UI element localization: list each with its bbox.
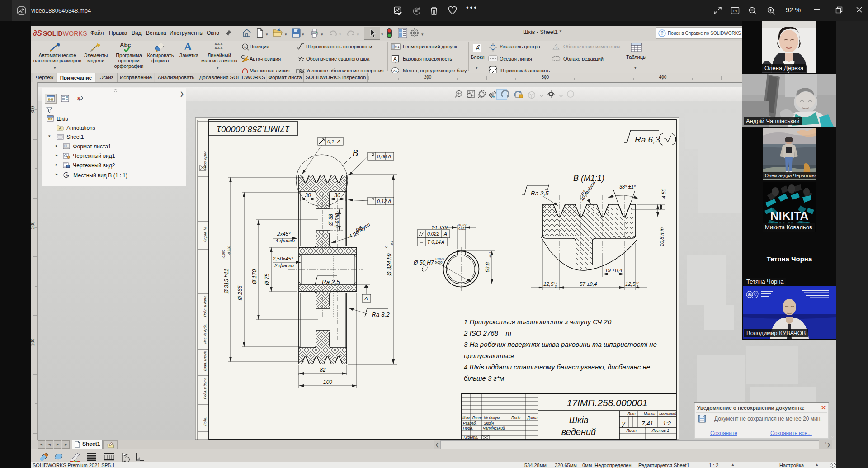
- svg-text:0,1: 0,1: [327, 139, 334, 144]
- svg-text:№ докум.: № докум.: [484, 416, 500, 420]
- svg-text:+2: +2: [636, 281, 639, 284]
- svg-text:A: A: [476, 45, 480, 51]
- svg-text:0,000: 0,000: [435, 261, 443, 264]
- svg-text:Подп.: Подп.: [203, 417, 207, 426]
- svg-text:ведений: ведений: [561, 427, 596, 437]
- svg-text:1 Припускється виготовлення з: 1 Припускється виготовлення з чавуну СЧ …: [464, 318, 612, 326]
- svg-text:Инв.№ дубл.: Инв.№ дубл.: [203, 324, 207, 344]
- svg-text:100: 100: [31, 338, 35, 346]
- svg-text:!: !: [556, 46, 557, 50]
- svg-text:Справ. №: Справ. №: [203, 227, 207, 242]
- svg-text:0,022: 0,022: [427, 231, 439, 236]
- svg-text:14 JS9: 14 JS9: [431, 225, 448, 230]
- svg-text:Изм.: Изм.: [462, 416, 471, 420]
- svg-text:30: 30: [334, 192, 340, 199]
- svg-text:1:2: 1:2: [663, 420, 671, 427]
- svg-text:12,5: 12,5: [625, 281, 636, 287]
- svg-text:38° ±1°: 38° ±1°: [619, 184, 636, 189]
- svg-text:A: A: [337, 139, 340, 144]
- svg-text:1:1: 1:1: [733, 9, 737, 13]
- svg-text:0.1: 0.1: [395, 45, 400, 48]
- svg-text:A1: A1: [393, 69, 397, 72]
- svg-text:0: 0: [385, 246, 388, 248]
- svg-text:2 фаски: 2 фаски: [274, 263, 294, 268]
- svg-text:-3: -3: [554, 285, 557, 288]
- svg-text:припускаються: припускаються: [464, 352, 514, 359]
- svg-text:19 ±0,4: 19 ±0,4: [605, 268, 622, 273]
- svg-text:17ІМП.258.000001: 17ІМП.258.000001: [567, 397, 648, 408]
- svg-text:B: B: [352, 147, 358, 158]
- svg-text:4,50: 4,50: [661, 188, 666, 198]
- svg-text:A: A: [443, 231, 447, 236]
- svg-text:В (М1:1): В (М1:1): [573, 174, 604, 183]
- svg-text:Ra 3,2: Ra 3,2: [372, 311, 390, 318]
- svg-text:+0,025: +0,025: [435, 257, 444, 260]
- svg-text:400: 400: [659, 75, 667, 80]
- svg-text:57 ±0,4: 57 ±0,4: [580, 281, 597, 287]
- svg-text:більше 3 г*м: більше 3 г*м: [464, 374, 504, 382]
- svg-text:Лист: Лист: [626, 428, 637, 433]
- svg-text:-0,2: -0,2: [390, 241, 393, 246]
- svg-text:Ra 2,5: Ra 2,5: [531, 190, 549, 197]
- svg-text:Подп. и дата: Подп. и дата: [203, 296, 207, 317]
- svg-text:4 Шків піддати статичному бала: 4 Шків піддати статичному баластуванню, …: [464, 363, 650, 371]
- svg-text:0,12: 0,12: [377, 199, 387, 204]
- svg-text:Масштаб: Масштаб: [659, 412, 676, 416]
- svg-text:7,41: 7,41: [642, 420, 653, 427]
- svg-text:Ø 265: Ø 265: [237, 285, 243, 301]
- svg-text:-0,080: -0,080: [222, 250, 225, 259]
- svg-text:Чаплінський: Чаплінський: [483, 426, 505, 430]
- svg-text:100: 100: [323, 379, 332, 385]
- svg-text:-0,320: -0,320: [227, 246, 231, 255]
- svg-text:A: A: [393, 56, 397, 61]
- svg-text:3 На робочих поверхнях шківа р: 3 На робочих поверхнях шківа раковини та…: [464, 340, 657, 348]
- svg-text:Разраб.: Разраб.: [463, 421, 477, 425]
- svg-text:1: 1: [244, 45, 246, 49]
- svg-text:53,8: 53,8: [485, 262, 490, 272]
- svg-text:Масса: Масса: [644, 411, 655, 416]
- svg-text:Ø 38: Ø 38: [328, 214, 334, 226]
- svg-text:300: 300: [31, 106, 35, 113]
- svg-text:-3: -3: [636, 285, 638, 288]
- svg-text:A: A: [441, 239, 444, 245]
- svg-text:10,8 min: 10,8 min: [659, 227, 665, 246]
- svg-text:200: 200: [31, 221, 35, 229]
- svg-text:A: A: [66, 173, 68, 178]
- svg-text:Лист: Лист: [472, 416, 482, 420]
- svg-text:4 фаски: 4 фаски: [275, 238, 295, 243]
- svg-text:-0,021: -0,021: [458, 227, 466, 230]
- svg-text:A: A: [387, 154, 391, 159]
- svg-text:300: 300: [542, 75, 549, 80]
- svg-text:17ІМП.258.000001: 17ІМП.258.000001: [217, 124, 290, 134]
- svg-text:Ø 170: Ø 170: [251, 269, 258, 284]
- svg-text:Подп.: Подп.: [511, 416, 522, 420]
- svg-text:A: A: [387, 199, 391, 204]
- svg-text:82: 82: [320, 367, 326, 373]
- svg-text:Ra 6,3: Ra 6,3: [635, 135, 660, 144]
- svg-text:Ø 75: Ø 75: [264, 274, 270, 286]
- svg-text:T 0,14: T 0,14: [427, 239, 441, 245]
- svg-text:12,5: 12,5: [543, 281, 554, 287]
- svg-text:+0,021: +0,021: [458, 223, 467, 227]
- svg-text:A: A: [364, 296, 368, 301]
- svg-text:Зюзін: Зюзін: [484, 421, 494, 425]
- svg-text:Дата: Дата: [527, 416, 538, 420]
- svg-text:30: 30: [305, 192, 311, 199]
- svg-text:Шків: Шків: [569, 415, 589, 425]
- svg-text:Т.контр.: Т.контр.: [463, 435, 478, 440]
- svg-text:Ra 2,5: Ra 2,5: [322, 279, 340, 285]
- svg-text:Лит.: Лит.: [627, 411, 637, 416]
- svg-text:2,50x45°: 2,50x45°: [272, 256, 293, 261]
- svg-text:+2: +2: [554, 281, 557, 284]
- svg-text:?: ?: [660, 31, 663, 36]
- svg-text:6 отв.: 6 отв.: [334, 212, 340, 228]
- svg-text:Ø 50 H7: Ø 50 H7: [413, 260, 434, 266]
- svg-text:Ø 315 h11: Ø 315 h11: [223, 269, 230, 294]
- svg-text:Листов 1: Листов 1: [651, 428, 669, 433]
- svg-text:2x45°: 2x45°: [277, 231, 291, 236]
- svg-text:2 ISO 2768 – m: 2 ISO 2768 – m: [463, 329, 511, 337]
- svg-text:200: 200: [424, 75, 432, 80]
- svg-text:Пров.: Пров.: [463, 426, 473, 430]
- svg-text:Ø 324 h9: Ø 324 h9: [386, 253, 392, 276]
- svg-text:0,08: 0,08: [377, 154, 387, 159]
